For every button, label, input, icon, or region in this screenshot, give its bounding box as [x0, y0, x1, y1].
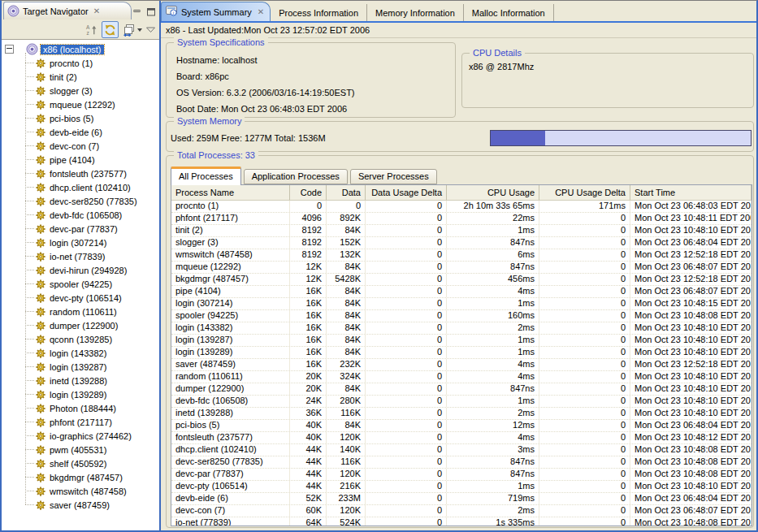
- tab-server-processes[interactable]: Server Processes: [350, 169, 437, 184]
- tree-item[interactable]: tinit (2): [2, 70, 159, 84]
- column-header-code[interactable]: Code: [290, 185, 327, 200]
- table-row[interactable]: dumper (122900) 20K 84K 0 847ns 0 Mon Oc…: [171, 383, 752, 396]
- table-row[interactable]: pci-bios (5) 40K 84K 0 12ms 0 Mon Oct 23…: [171, 420, 752, 432]
- cell-start-time: Mon Oct 23 10:48:12 EDT 2006: [630, 432, 752, 443]
- tree-item[interactable]: random (110611): [2, 305, 159, 318]
- table-row[interactable]: mqueue (12292) 12K 84K 0 847ns 0 Mon Oct…: [171, 262, 752, 274]
- view-menu-icon[interactable]: [146, 22, 155, 37]
- maximize-icon[interactable]: [147, 4, 155, 19]
- tree-item[interactable]: procnto (1): [2, 56, 159, 70]
- tree-item[interactable]: login (307214): [2, 236, 159, 249]
- tree-item-label: login (139289): [50, 390, 106, 400]
- minimize-icon[interactable]: [133, 4, 141, 19]
- table-row[interactable]: devb-eide (6) 52K 233M 0 719ms 0 Mon Oct…: [171, 493, 752, 505]
- tree-item[interactable]: devc-par (77837): [2, 222, 159, 236]
- tree-item[interactable]: pipe (4104): [2, 153, 159, 167]
- tree-item[interactable]: devi-hirun (294928): [2, 263, 159, 277]
- table-row[interactable]: phfont (217117) 4096 892K 0 22ms 0 Mon O…: [171, 213, 752, 225]
- tree-item[interactable]: devb-eide (6): [2, 125, 159, 139]
- column-header-data[interactable]: Data: [327, 185, 366, 200]
- table-row[interactable]: devb-fdc (106508) 24K 280K 0 1ms 0 Mon O…: [171, 396, 752, 408]
- view-close-icon[interactable]: ✕: [93, 7, 100, 15]
- table-row[interactable]: fontsleuth (237577) 40K 120K 0 4ms 0 Mon…: [171, 432, 752, 444]
- tree-item-label: qconn (139285): [50, 335, 112, 344]
- tab-system-summary[interactable]: i System Summary ✕: [161, 2, 271, 21]
- switch-target-icon[interactable]: [123, 22, 142, 37]
- tree-item[interactable]: pci-bios (5): [2, 111, 159, 125]
- tree-root-label[interactable]: x86 (localhost): [41, 45, 104, 54]
- tree-item[interactable]: Photon (188444): [2, 401, 159, 415]
- table-row[interactable]: procnto (1) 0 0 0 2h 10m 33s 65ms 171ms …: [171, 201, 752, 213]
- column-header-start-time[interactable]: Start Time: [630, 185, 752, 200]
- tree-item[interactable]: qconn (139285): [2, 332, 159, 346]
- table-row[interactable]: pipe (4104) 16K 84K 0 4ms 0 Mon Oct 23 0…: [171, 286, 752, 298]
- tree-item[interactable]: login (139287): [2, 360, 159, 374]
- tree-item[interactable]: devb-fdc (106508): [2, 208, 159, 222]
- tree-item[interactable]: bkgdmgr (487457): [2, 470, 159, 484]
- table-row[interactable]: slogger (3) 8192 152K 0 847ns 0 Mon Oct …: [171, 237, 752, 249]
- table-row[interactable]: saver (487459) 16K 232K 0 4ms 0 Mon Oct …: [171, 359, 752, 371]
- cell-cpu-usage-delta: 0: [539, 262, 630, 273]
- table-row[interactable]: io-net (77839) 64K 524K 0 1s 335ms 0 Mon…: [171, 517, 752, 526]
- collapse-icon[interactable]: [5, 45, 14, 54]
- tab-application-processes[interactable]: Application Processes: [244, 169, 348, 184]
- tree-item[interactable]: login (139289): [2, 387, 159, 401]
- tab-process-information[interactable]: Process Information: [271, 4, 367, 21]
- tab-all-processes[interactable]: All Processes: [171, 167, 241, 185]
- tree-item[interactable]: fontsleuth (237577): [2, 167, 159, 180]
- table-row[interactable]: devc-ser8250 (77835) 44K 116K 0 847ns 0 …: [171, 456, 752, 469]
- table-row[interactable]: random (110611) 20K 324K 0 4ms 0 Mon Oct…: [171, 371, 752, 383]
- cell-data: 84K: [327, 298, 366, 309]
- table-row[interactable]: inetd (139288) 36K 116K 0 2ms 0 Mon Oct …: [171, 408, 752, 420]
- cell-code: 16K: [290, 286, 327, 297]
- column-header-cpu-usage[interactable]: CPU Usage: [447, 185, 539, 200]
- tree-item[interactable]: io-graphics (274462): [2, 429, 159, 443]
- tab-memory-information[interactable]: Memory Information: [367, 4, 464, 21]
- process-gear-icon: [36, 72, 45, 82]
- table-row[interactable]: dhcp.client (102410) 44K 140K 0 3ms 0 Mo…: [171, 444, 752, 456]
- table-row[interactable]: devc-par (77837) 44K 120K 0 847ns 0 Mon …: [171, 469, 752, 481]
- table-row[interactable]: bkgdmgr (487457) 12K 5428K 0 456ms 0 Mon…: [171, 274, 752, 286]
- tree-item[interactable]: slogger (3): [2, 84, 159, 97]
- tab-malloc-information[interactable]: Malloc Information: [464, 4, 554, 21]
- refresh-icon[interactable]: [102, 21, 119, 38]
- column-header-cpu-usage-delta[interactable]: CPU Usage Delta: [539, 185, 630, 200]
- tree-item[interactable]: dumper (122900): [2, 318, 159, 332]
- tab-close-icon[interactable]: ✕: [258, 8, 264, 16]
- tree-item[interactable]: inetd (139288): [2, 374, 159, 387]
- table-row[interactable]: login (139287) 16K 84K 0 1ms 0 Mon Oct 2…: [171, 335, 752, 347]
- tree-item[interactable]: wmswitch (487458): [2, 484, 159, 498]
- table-row[interactable]: spooler (94225) 16K 84K 0 160ms 0 Mon Oc…: [171, 310, 752, 322]
- tree-item[interactable]: mqueue (12292): [2, 97, 159, 111]
- tree-item-label: phfont (217117): [50, 417, 112, 427]
- table-row[interactable]: wmswitch (487458) 8192 132K 0 6ms 0 Mon …: [171, 249, 752, 262]
- tree-item[interactable]: pwm (405531): [2, 443, 159, 456]
- table-row[interactable]: login (307214) 16K 84K 0 1ms 0 Mon Oct 2…: [171, 298, 752, 310]
- target-navigator-tab[interactable]: Target Navigator ✕: [3, 2, 132, 19]
- tree-item[interactable]: devc-pty (106514): [2, 291, 159, 305]
- tree-item[interactable]: login (143382): [2, 346, 159, 360]
- cell-start-time: Mon Oct 23 12:52:18 EDT 2006: [630, 274, 752, 285]
- cell-start-time: Mon Oct 23 10:48:15 EDT 2006: [630, 298, 752, 309]
- tree-item[interactable]: devc-con (7): [2, 139, 159, 153]
- tree-item[interactable]: dhcp.client (102410): [2, 180, 159, 194]
- table-row[interactable]: login (143382) 16K 84K 0 2ms 0 Mon Oct 2…: [171, 322, 752, 335]
- table-row[interactable]: devc-con (7) 60K 120K 0 2ms 0 Mon Oct 23…: [171, 505, 752, 517]
- column-header-process-name[interactable]: Process Name: [171, 185, 290, 200]
- process-gear-icon: [36, 100, 45, 110]
- tree-item[interactable]: phfont (217117): [2, 415, 159, 429]
- table-row[interactable]: login (139289) 16K 84K 0 1ms 0 Mon Oct 2…: [171, 347, 752, 359]
- tree-item[interactable]: io-net (77839): [2, 249, 159, 263]
- cell-cpu-usage-delta: 0: [539, 517, 630, 526]
- tree-item[interactable]: shelf (450592): [2, 456, 159, 470]
- sort-az-icon[interactable]: A z: [85, 22, 97, 37]
- table-row[interactable]: tinit (2) 8192 84K 0 1ms 0 Mon Oct 23 10…: [171, 225, 752, 237]
- cell-code: 16K: [290, 347, 327, 358]
- table-row[interactable]: devc-pty (106514) 44K 216K 0 1ms 0 Mon O…: [171, 481, 752, 493]
- tree-item[interactable]: saver (487459): [2, 498, 159, 512]
- tree-item[interactable]: spooler (94225): [2, 277, 159, 291]
- column-header-data-usage-delta[interactable]: Data Usage Delta: [366, 185, 447, 200]
- cell-start-time: Mon Oct 23 06:48:07 EDT 2006: [630, 286, 752, 297]
- cell-data: 84K: [327, 383, 366, 395]
- tree-item[interactable]: devc-ser8250 (77835): [2, 194, 159, 208]
